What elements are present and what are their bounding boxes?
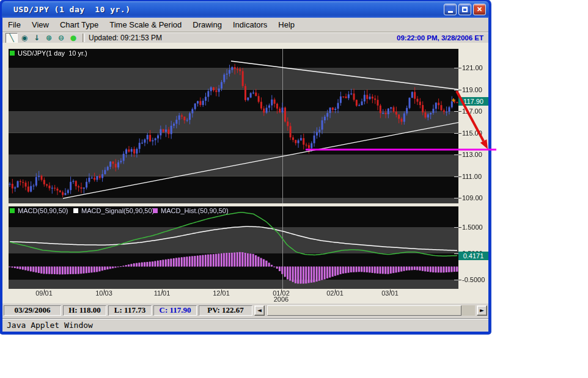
price-axis-label: 121.00 (462, 64, 483, 71)
x-axis-label: 10/03 (89, 289, 119, 297)
x-axis-label: 12/01 (207, 289, 236, 297)
toolbar-tools: ╲◉↓⊕⊖● (5, 33, 79, 43)
macd-legend-item-0: MACD(50,90,50) (10, 207, 68, 214)
title-bar[interactable]: USD/JPY (1 day 10 yr.) ✕ (2, 1, 489, 18)
window-title: USD/JPY (1 day 10 yr.) (13, 5, 131, 14)
price-axis-label: 109.00 (462, 194, 483, 202)
scrollbar-thumb[interactable] (267, 305, 461, 316)
last-price-badge: 117.90 (458, 97, 488, 106)
quote-cell-3: C: 117.90 (153, 305, 197, 316)
macd-legend-swatch-icon (73, 208, 78, 213)
menu-item-help[interactable]: Help (273, 19, 300, 31)
window-controls: ✕ (444, 4, 486, 15)
price-legend-label: USD/JPY(1 day 10 yr.) (18, 49, 87, 57)
x-axis-label: 11/01 (147, 289, 177, 297)
price-axis-label: 115.00 (462, 129, 482, 137)
zoom-out-tool-icon[interactable]: ⊖ (56, 34, 67, 43)
macd-axis-label: -0.5000 (462, 276, 485, 283)
price-legend: USD/JPY(1 day 10 yr.) (10, 49, 87, 57)
macd-legend-label: MACD_Hist.(50,90,50) (161, 207, 229, 214)
quote-cell-0: 03/29/2006 (4, 305, 61, 316)
maximize-button[interactable] (458, 4, 471, 15)
quote-cell-2: L: 117.73 (108, 305, 152, 316)
status-bar: Java Applet Window (2, 318, 488, 332)
chart-area: USD/JPY(1 day 10 yr.) 117.90 0.4171 121.… (2, 43, 488, 303)
scrollbar-track[interactable] (266, 305, 475, 316)
scroll-right-button[interactable]: ► (477, 305, 487, 316)
macd-legend-label: MACD_Signal(50,90,50) (81, 207, 154, 214)
toolbar-separator (83, 34, 85, 42)
client-area: FileViewChart TypeTime Scale & PeriodDra… (2, 18, 488, 332)
trendline-tool-icon[interactable]: ╲ (6, 33, 18, 43)
macd-legend-item-1: MACD_Signal(50,90,50) (73, 207, 154, 214)
price-axis-label: 111.00 (462, 173, 482, 180)
menu-item-file[interactable]: File (2, 19, 26, 31)
server-clock: 09:22:00 PM, 3/28/2006 ET (397, 34, 483, 42)
x-axis-year-label: 2006 (266, 296, 296, 303)
minimize-button-glyph-icon (448, 11, 453, 13)
price-legend-swatch-icon (10, 51, 15, 56)
price-axis-label: 113.00 (462, 151, 482, 158)
maximize-button-glyph-icon (462, 7, 468, 12)
menu-item-chart-type[interactable]: Chart Type (54, 19, 104, 31)
menu-item-view[interactable]: View (26, 19, 54, 31)
quote-cell-4: PV: 122.67 (199, 305, 252, 316)
zoom-in-tool-icon[interactable]: ⊕ (43, 34, 54, 43)
crosshair-tool-icon[interactable]: ◉ (19, 34, 30, 43)
quote-cell-1: H: 118.00 (63, 305, 106, 316)
chart-window: USD/JPY (1 day 10 yr.) ✕ FileViewChart T… (0, 0, 491, 334)
macd-axis-label: 1.5000 (462, 224, 483, 231)
x-axis-label: 02/01 (320, 289, 350, 297)
macd-legend-swatch-icon (10, 208, 15, 213)
chart-canvas[interactable] (2, 43, 488, 303)
menu-item-drawing[interactable]: Drawing (187, 19, 227, 31)
status-light-icon[interactable]: ● (68, 34, 79, 43)
macd-legend-item-2: MACD_Hist.(50,90,50) (153, 207, 229, 214)
updated-timestamp: Updated: 09:21:53 PM (89, 34, 162, 42)
macd-legend-label: MACD(50,90,50) (18, 207, 68, 214)
macd-value-badge: 0.4171 (458, 252, 488, 260)
scroll-left-button[interactable]: ◄ (254, 305, 265, 316)
x-axis-label: 09/01 (29, 289, 59, 297)
x-axis-label: 03/01 (375, 289, 405, 297)
close-button[interactable]: ✕ (473, 4, 486, 15)
macd-legend-swatch-icon (153, 208, 158, 213)
minimize-button[interactable] (444, 4, 457, 15)
status-text: Java Applet Window (7, 321, 93, 330)
menu-bar: FileViewChart TypeTime Scale & PeriodDra… (2, 18, 488, 31)
menu-item-indicators[interactable]: Indicators (227, 19, 273, 31)
quote-bar: 03/29/2006H: 118.00L: 117.73C: 117.90PV:… (2, 303, 488, 317)
toolbar: ╲◉↓⊕⊖● Updated: 09:21:53 PM 09:22:00 PM,… (2, 32, 488, 43)
arrow-down-tool-icon[interactable]: ↓ (31, 34, 42, 43)
price-axis-label: 117.00 (462, 107, 482, 115)
menu-item-time-scale-period[interactable]: Time Scale & Period (104, 19, 187, 31)
price-axis-label: 119.00 (462, 86, 482, 93)
